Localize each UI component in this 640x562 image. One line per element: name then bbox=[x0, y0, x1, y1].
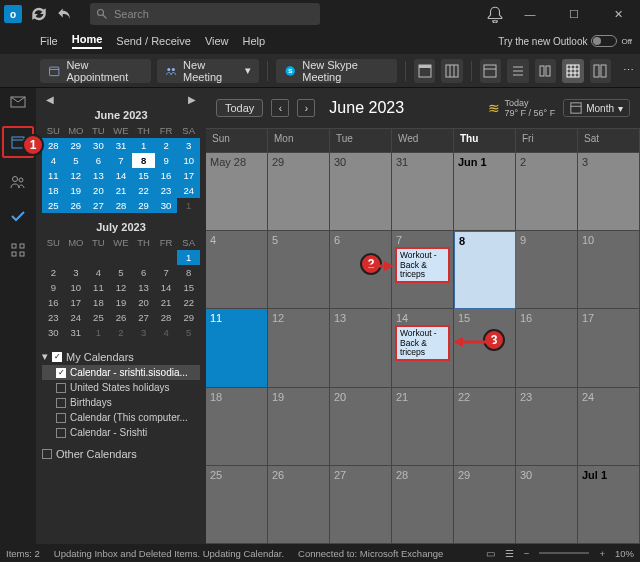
mini-day[interactable]: 12 bbox=[65, 168, 88, 183]
mini-day[interactable]: 12 bbox=[110, 280, 133, 295]
day-cell[interactable]: 29 bbox=[454, 466, 516, 544]
day-cell[interactable]: 20 bbox=[330, 388, 392, 466]
toolbar-overflow[interactable]: ⋯ bbox=[617, 64, 640, 77]
view-timeline-button[interactable] bbox=[535, 59, 556, 83]
menu-file[interactable]: File bbox=[40, 35, 58, 47]
day-cell[interactable]: 22 bbox=[454, 388, 516, 466]
mini-day[interactable]: 8 bbox=[177, 265, 200, 280]
menu-home[interactable]: Home bbox=[72, 33, 103, 49]
mini-day[interactable]: 6 bbox=[87, 153, 110, 168]
mini-day[interactable]: 28 bbox=[42, 138, 65, 153]
mini-day[interactable]: 17 bbox=[65, 295, 88, 310]
window-close[interactable]: ✕ bbox=[600, 0, 636, 28]
calendar-list-item[interactable]: Calendar - Srishti bbox=[42, 425, 200, 440]
day-cell[interactable]: 2 bbox=[516, 153, 578, 231]
mini-day[interactable]: 16 bbox=[42, 295, 65, 310]
try-new-toggle[interactable] bbox=[591, 35, 617, 47]
mini-day[interactable]: 30 bbox=[42, 325, 65, 340]
day-cell[interactable]: 23 bbox=[516, 388, 578, 466]
notifications-icon[interactable] bbox=[486, 5, 504, 23]
menu-sendreceive[interactable]: Send / Receive bbox=[116, 35, 191, 47]
mini-day[interactable]: 13 bbox=[132, 280, 155, 295]
day-cell[interactable]: Jun 1 bbox=[454, 153, 516, 231]
mini-day[interactable]: 17 bbox=[177, 168, 200, 183]
mini-day[interactable] bbox=[132, 250, 155, 265]
mini-day[interactable]: 19 bbox=[65, 183, 88, 198]
day-cell[interactable]: 30 bbox=[516, 466, 578, 544]
status-list-icon[interactable]: ☰ bbox=[505, 548, 514, 559]
mini-day[interactable]: 13 bbox=[87, 168, 110, 183]
day-cell[interactable]: 3 bbox=[578, 153, 640, 231]
month-grid[interactable]: SunMonTueWedThuFriSatMay 28293031Jun 123… bbox=[206, 128, 640, 544]
mini-day[interactable]: 3 bbox=[65, 265, 88, 280]
calendar-list-item[interactable]: Calendar (This computer... bbox=[42, 410, 200, 425]
day-cell[interactable]: 24 bbox=[578, 388, 640, 466]
day-cell[interactable]: 27 bbox=[330, 466, 392, 544]
day-cell[interactable]: May 28 bbox=[206, 153, 268, 231]
mini-day[interactable]: 29 bbox=[177, 310, 200, 325]
mini-day[interactable] bbox=[110, 250, 133, 265]
mini-day[interactable]: 28 bbox=[155, 310, 178, 325]
mini-day[interactable]: 1 bbox=[132, 138, 155, 153]
view-schedule-button[interactable] bbox=[507, 59, 528, 83]
mini-day[interactable]: 1 bbox=[177, 198, 200, 213]
mini-day[interactable]: 29 bbox=[65, 138, 88, 153]
view-day-button[interactable] bbox=[414, 59, 435, 83]
mini-day[interactable]: 4 bbox=[42, 153, 65, 168]
mini-day[interactable]: 1 bbox=[87, 325, 110, 340]
view-split-button[interactable] bbox=[590, 59, 611, 83]
today-button[interactable]: Today bbox=[216, 99, 263, 117]
mini-day[interactable]: 8 bbox=[132, 153, 155, 168]
view-month-button[interactable] bbox=[562, 59, 583, 83]
day-cell[interactable]: 4 bbox=[206, 231, 268, 309]
mini-day[interactable]: 31 bbox=[65, 325, 88, 340]
mini-day[interactable]: 2 bbox=[42, 265, 65, 280]
day-cell[interactable]: 17 bbox=[578, 309, 640, 387]
day-cell[interactable]: 21 bbox=[392, 388, 454, 466]
mini-day[interactable]: 11 bbox=[87, 280, 110, 295]
mini-calendar-2[interactable]: SUMOTUWETHFRSA12345678910111213141516171… bbox=[42, 235, 200, 340]
view-week-button[interactable] bbox=[480, 59, 501, 83]
undo-icon[interactable] bbox=[56, 5, 74, 23]
mini-day[interactable]: 5 bbox=[110, 265, 133, 280]
mini-day[interactable]: 5 bbox=[177, 325, 200, 340]
mini-day[interactable]: 10 bbox=[177, 153, 200, 168]
mini-day[interactable]: 11 bbox=[42, 168, 65, 183]
mini-day[interactable]: 2 bbox=[110, 325, 133, 340]
mini-day[interactable]: 21 bbox=[155, 295, 178, 310]
mini-day[interactable]: 30 bbox=[155, 198, 178, 213]
mini-day[interactable]: 27 bbox=[132, 310, 155, 325]
weather-widget[interactable]: ≋ Today79° F / 56° F bbox=[488, 98, 555, 118]
day-cell[interactable]: 11 bbox=[206, 309, 268, 387]
day-cell[interactable]: 8 bbox=[454, 231, 516, 309]
mini-day[interactable]: 24 bbox=[65, 310, 88, 325]
mini-day[interactable]: 20 bbox=[87, 183, 110, 198]
mini-day[interactable]: 29 bbox=[132, 198, 155, 213]
day-cell[interactable]: 13 bbox=[330, 309, 392, 387]
calendar-list-item[interactable]: Birthdays bbox=[42, 395, 200, 410]
mini-day[interactable]: 22 bbox=[177, 295, 200, 310]
view-selector[interactable]: Month▾ bbox=[563, 99, 630, 117]
mini-day[interactable]: 7 bbox=[110, 153, 133, 168]
calendar-list-item[interactable]: United States holidays bbox=[42, 380, 200, 395]
mini-day[interactable]: 7 bbox=[155, 265, 178, 280]
mini-day[interactable]: 24 bbox=[177, 183, 200, 198]
mini-day[interactable]: 10 bbox=[65, 280, 88, 295]
new-skype-meeting-button[interactable]: S New Skype Meeting bbox=[276, 59, 397, 83]
mini-day[interactable]: 3 bbox=[177, 138, 200, 153]
mini-day[interactable]: 3 bbox=[132, 325, 155, 340]
view-workweek-button[interactable] bbox=[441, 59, 462, 83]
mini-day[interactable]: 22 bbox=[132, 183, 155, 198]
mini-day[interactable]: 18 bbox=[87, 295, 110, 310]
menu-view[interactable]: View bbox=[205, 35, 229, 47]
mini-day[interactable] bbox=[87, 250, 110, 265]
mini-day[interactable] bbox=[42, 250, 65, 265]
sync-icon[interactable] bbox=[30, 5, 48, 23]
prev-month-button[interactable]: ‹ bbox=[271, 99, 289, 117]
zoom-in[interactable]: + bbox=[599, 548, 605, 559]
mini-day[interactable]: 5 bbox=[65, 153, 88, 168]
mini-prev[interactable]: ◀ bbox=[46, 94, 54, 105]
next-month-button[interactable]: › bbox=[297, 99, 315, 117]
mini-day[interactable]: 14 bbox=[155, 280, 178, 295]
mail-icon[interactable] bbox=[8, 92, 28, 112]
